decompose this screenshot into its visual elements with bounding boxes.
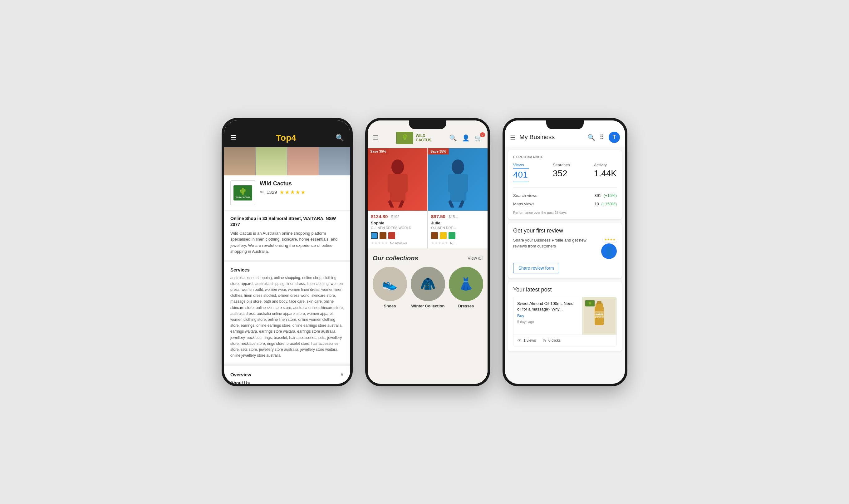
- post-content: Sweet Almond Oil 100mL Need oil for a ma…: [513, 297, 616, 335]
- views-stat-icon: 👁: [517, 338, 522, 343]
- collection-winter[interactable]: 🧥 Winter Collection: [411, 267, 445, 308]
- mybiz-avatar[interactable]: T: [609, 132, 620, 143]
- collection-dresses[interactable]: 👗 Dresses: [449, 267, 483, 308]
- post-title-text: Sweet Almond Oil 100mL Need oil for a ma…: [517, 301, 578, 312]
- svg-point-11: [452, 160, 464, 175]
- logo-text: Top: [276, 133, 291, 143]
- svg-line-16: [459, 202, 463, 208]
- svg-line-10: [399, 202, 402, 208]
- maps-views-label: Maps views: [513, 202, 535, 206]
- phone-top4: ☰ Top4 🔍 🌵 WILD CACTUS: [222, 118, 353, 386]
- collections-header: Our collections View all: [373, 255, 483, 262]
- svg-text:🧥: 🧥: [420, 276, 436, 291]
- product-price-2: $97.50: [431, 214, 446, 219]
- mybiz-grid-icon[interactable]: ⠿: [600, 133, 604, 141]
- sub-metrics: Search views 391 (+15%) Maps views 10 (+…: [513, 187, 617, 208]
- search-views-label: Search views: [513, 193, 537, 198]
- shop-header-icons: 🔍 👤 🛒 0: [449, 134, 483, 142]
- banner-images: [224, 147, 350, 175]
- collection-circle-dresses: 👗: [449, 267, 483, 301]
- winter-illustration: 🧥: [411, 267, 445, 301]
- mybiz-menu-icon[interactable]: ☰: [510, 133, 516, 141]
- metric-underline: [513, 182, 529, 182]
- swatch-brown2[interactable]: [431, 232, 438, 239]
- svg-rect-14: [462, 174, 468, 193]
- search-icon[interactable]: 🔍: [336, 134, 344, 142]
- search-views-value: 391 (+15%): [594, 193, 617, 198]
- share-review-button[interactable]: Share review form: [513, 263, 559, 273]
- latest-post-title: Your latest post: [513, 287, 617, 293]
- wild-cactus-logo: 🌵: [397, 132, 413, 144]
- metric-searches: Searches 352: [553, 163, 570, 182]
- product-reviews-2: ★★★★★ N...: [431, 241, 484, 245]
- services-section: Services australia online shopping, onli…: [224, 262, 350, 366]
- top4-app: ☰ Top4 🔍 🌵 WILD CACTUS: [224, 121, 350, 384]
- product-old-price-2: $15...: [449, 215, 458, 219]
- svg-rect-8: [401, 174, 408, 193]
- description: Wild Cactus is an Australian online shop…: [230, 230, 344, 255]
- color-swatches-2: [431, 232, 484, 239]
- collection-label-dresses: Dresses: [449, 304, 483, 308]
- star-badge-mini: ★★★★: [603, 237, 617, 242]
- collection-shoes[interactable]: 👟 Shoes: [373, 267, 407, 308]
- cart-badge[interactable]: 🛒 0: [475, 134, 483, 142]
- product-img-bg-1: [368, 148, 427, 211]
- review-person-avatar: 👤: [601, 244, 617, 259]
- product-img-bg-2: [428, 148, 488, 211]
- shop-logo-img: 🌵: [396, 132, 413, 144]
- cactus-logo-svg: 🌵 WILD CACTUS: [234, 185, 252, 201]
- metric-searches-name: Searches: [553, 163, 570, 167]
- svg-text:SWEET: SWEET: [596, 313, 604, 316]
- product-reviews-1: ★★★★★ No reviews: [371, 241, 424, 245]
- star-rating: ★★★★★: [279, 189, 306, 196]
- top4-banner: [224, 147, 350, 175]
- cart-count: 0: [480, 132, 485, 137]
- phone-notch-2: [409, 121, 446, 129]
- shop-logo-area: 🌵 WILD CACTUS: [396, 132, 431, 144]
- dresses-illustration: 👗: [449, 267, 483, 301]
- banner-img-3: [288, 147, 319, 175]
- products-grid: Save 35% $124.80 $192 Sophie O-LINEN DRE…: [368, 148, 488, 248]
- maps-views-value: 10 (+150%): [594, 202, 617, 206]
- collection-circle-winter: 🧥: [411, 267, 445, 301]
- svg-text:🌵: 🌵: [588, 301, 592, 305]
- post-buy-link[interactable]: Buy: [517, 313, 578, 318]
- services-title: Services: [230, 267, 344, 272]
- mybiz-title: My Business: [519, 133, 555, 141]
- hamburger-icon[interactable]: ☰: [230, 134, 237, 142]
- review-card-title: Get your first review: [513, 228, 617, 234]
- mini-stars-2: ★★★★★: [431, 241, 448, 245]
- performance-card: PERFORMANCE Views 401 Searches 352 Activ…: [508, 150, 622, 219]
- metric-activity-name: Activity: [594, 163, 617, 167]
- mybiz-search-icon[interactable]: 🔍: [588, 133, 595, 141]
- sub-metric-maps-views: Maps views 10 (+150%): [513, 200, 617, 208]
- metric-activity-value: 1.44K: [594, 168, 617, 179]
- clicks-stat-icon: 🖱: [542, 338, 546, 343]
- shop-user-icon[interactable]: 👤: [462, 134, 470, 142]
- swatch-blue[interactable]: [371, 232, 378, 239]
- swatch-brown[interactable]: [380, 232, 386, 239]
- product-card-1[interactable]: Save 35% $124.80 $192 Sophie O-LINEN DRE…: [368, 148, 427, 248]
- product-card-2[interactable]: Save 35% $97.50 $15... Julie O-LINEN DRE…: [428, 148, 488, 248]
- shop-menu-icon[interactable]: ☰: [373, 134, 378, 142]
- mybiz-header-left: ☰ My Business: [510, 133, 555, 141]
- product-price-1: $124.80: [371, 214, 388, 219]
- collections-grid: 👟 Shoes 🧥 Winter Collection: [373, 267, 483, 308]
- view-all-link[interactable]: View all: [468, 256, 483, 260]
- shop-app: ☰ 🌵 WILD CACTUS 🔍 👤 🛒 0: [368, 121, 488, 384]
- business-info: Wild Cactus 👁 1329 ★★★★★: [260, 180, 344, 196]
- collections-section: Our collections View all 👟 Shoes: [368, 248, 488, 314]
- shop-search-icon[interactable]: 🔍: [449, 134, 457, 142]
- swatch-red[interactable]: [388, 232, 395, 239]
- performance-metrics: Views 401 Searches 352 Activity 1.44K: [513, 163, 617, 182]
- svg-line-9: [390, 202, 393, 208]
- swatch-yellow[interactable]: [440, 232, 447, 239]
- performance-label: PERFORMANCE: [513, 155, 617, 159]
- review-card: Get your first review Share your Busines…: [508, 222, 622, 278]
- performance-note: Performance over the past 28 days: [513, 211, 617, 214]
- swatch-green[interactable]: [449, 232, 455, 239]
- svg-text:🌵: 🌵: [239, 187, 247, 195]
- product-info-2: $97.50 $15... Julie O-LINEN DRE... ★★★★★…: [428, 211, 488, 248]
- svg-text:👟: 👟: [382, 276, 398, 291]
- business-logo-box: 🌵 WILD CACTUS: [230, 180, 255, 205]
